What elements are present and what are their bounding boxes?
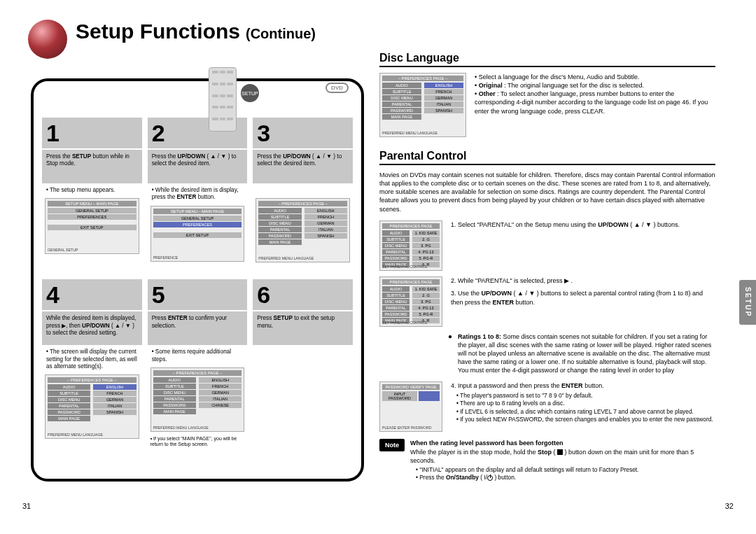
step-screen: – PREFERENCES PAGE – AUDIOSUBTITLEDISC M…	[255, 198, 350, 262]
note-heading: When the rating level password has been …	[410, 440, 564, 447]
sub-bullet: • If LEVEL 6 is selected, a disc which c…	[456, 408, 715, 416]
screen-footer: PLEASE ENTER PASSWORD	[382, 426, 432, 430]
menu-item: AUDIO	[48, 384, 90, 390]
ratings-explainer: ● Ratings 1 to 8: Some discs contain sce…	[448, 332, 715, 375]
menu-item: PASSWORD	[382, 108, 421, 113]
step-footnote: • If you select "MAIN PAGE", you will be…	[148, 435, 248, 449]
menu-item: SUBTITLE	[153, 384, 196, 389]
steps-row-1: 1 Press the SETUP button while in Stop m…	[42, 118, 353, 265]
dvd-badge: DVD	[326, 83, 349, 93]
menu-item: 2. G	[412, 237, 440, 242]
step-note: • The screen will display the current se…	[42, 345, 142, 373]
menu-item: GENERAL SETUP	[48, 208, 136, 213]
menu-item: FRENCH	[424, 89, 463, 94]
screen-title: – PREFERENCES PAGE –	[48, 377, 136, 383]
step-number: 6	[253, 279, 353, 310]
menu-item-selected: PREFERENCES	[153, 222, 242, 227]
screen-title: SETUP MENU – MAIN PAGE	[48, 201, 136, 206]
disc-language-screen: – PREFERENCES PAGE – AUDIOSUBTITLEDISC M…	[379, 73, 466, 137]
step-screen: – PREFERENCES PAGE – AUDIOSUBTITLEDISC M…	[45, 374, 139, 439]
menu-item: 4. PG 13	[412, 249, 440, 255]
menu-item: GERMAN	[93, 397, 136, 402]
menu-item: 2. G	[412, 293, 440, 298]
menu-item: ENGLISH	[93, 384, 136, 390]
stop-icon	[557, 449, 563, 455]
menu-item: 5. PG-R	[412, 255, 440, 261]
parental-step-1: 1. Select "PARENTAL" on the Setup menu u…	[451, 220, 715, 230]
screen-title: PREFERENCES PAGE	[382, 223, 440, 229]
note-sub-bullet: • Press the On/Standby ( I/ ) button.	[416, 474, 715, 482]
step-instruction: Press the SETUP button while in Stop mod…	[42, 150, 142, 183]
screen-title: PREFERENCES PAGE	[382, 279, 440, 285]
menu-item: PARENTAL	[153, 396, 196, 402]
menu-item: FRENCH	[304, 214, 347, 220]
ratings-lead: Ratings 1 to 8:	[458, 333, 501, 340]
menu-item: 3. PG	[412, 299, 440, 304]
menu-item: 5. PG-R	[412, 311, 440, 317]
bullet: • Original : The original language set f…	[475, 81, 715, 90]
menu-item: PARENTAL	[258, 227, 301, 232]
note-box: Note When the rating level password has …	[379, 439, 715, 482]
menu-item: ENGLISH	[304, 208, 347, 213]
menu-item: GENERAL SETUP	[153, 216, 242, 221]
screen-footer: PREFERRED MENU LANGUAGE	[258, 256, 314, 260]
menu-item: FRENCH	[93, 391, 136, 396]
menu-item: MAIN PAGE	[258, 239, 301, 245]
disc-language-bullets: • Select a language for the disc's Menu,…	[475, 73, 715, 115]
menu-item: GERMAN	[304, 220, 347, 226]
menu-item: SPANISH	[304, 233, 347, 239]
menu-item: EXIT SETUP	[153, 232, 242, 238]
menu-item: PARENTAL	[382, 101, 421, 107]
menu-item: PASSWORD	[258, 233, 301, 239]
step-4: 4 While the desired item is displayed, p…	[42, 279, 142, 449]
step-3: 3 Press the UP/DOWN ( ▲ / ▼ ) to select …	[253, 118, 353, 265]
title-sub: (Continue)	[246, 26, 316, 43]
password-screen: PASSWORD VERIFY PAGE INPUT PASSWORD PLEA…	[379, 381, 442, 432]
menu-item: GERMAN	[199, 390, 241, 395]
screen-footer: PREFERRED MENU LANGUAGE	[153, 426, 209, 430]
menu-item: PREFERENCES	[48, 214, 136, 220]
menu-item: DISC MENU	[258, 220, 301, 226]
menu-item: DISC MENU	[382, 243, 410, 248]
parental-control-heading: Parental Control	[379, 150, 715, 165]
screen-title: – PREFERENCES PAGE –	[382, 76, 463, 81]
menu-item: GERMAN	[424, 95, 463, 101]
disc-language-heading: Disc Language	[379, 52, 715, 67]
password-row: INPUT PASSWORD	[382, 391, 417, 401]
menu-item: ENGLISH	[199, 377, 241, 383]
menu-item: PARENTAL	[382, 249, 410, 255]
menu-item: 3. PG	[412, 243, 440, 248]
menu-item: 1. KID SAFE	[412, 230, 440, 236]
menu-item: ITALIAN	[424, 101, 463, 107]
menu-item: CHINESE	[199, 402, 241, 408]
menu-item: DISC MENU	[48, 397, 90, 402]
menu-item: AUDIO	[382, 83, 421, 88]
steps-row-2: 4 While the desired item is displayed, p…	[42, 279, 353, 449]
screen-footer: SET PARENTAL CONTROL	[382, 321, 428, 325]
menu-item: AUDIO	[382, 286, 410, 292]
menu-item: AUDIO	[258, 208, 301, 213]
step-screen: SETUP MENU – MAIN PAGE GENERAL SETUP PRE…	[45, 198, 139, 254]
page-number-right: 32	[725, 502, 734, 510]
step-number: 3	[253, 118, 353, 148]
step-instruction: Press ENTER to confirm your selection.	[148, 311, 248, 345]
parental-step-2: 2. While "PARENTAL" is selected, press ▶…	[451, 276, 715, 286]
menu-item: PASSWORD	[382, 311, 410, 317]
menu-item: ITALIAN	[93, 403, 136, 409]
screen-footer: PREFERENCE	[153, 255, 178, 260]
menu-item: EXIT SETUP	[48, 225, 136, 230]
menu-item: PASSWORD	[382, 255, 410, 261]
parental-intro: Movies on DVDs may contain scenes not su…	[379, 171, 715, 213]
menu-item: 4. PG 13	[412, 305, 440, 311]
step-instruction: Press SETUP to exit the setup menu.	[253, 311, 353, 345]
screen-title: – PREFERENCES PAGE –	[153, 370, 242, 376]
menu-item: ITALIAN	[199, 396, 241, 402]
menu-item: SUBTITLE	[382, 293, 410, 298]
menu-item: 1. KID SAFE	[412, 286, 440, 292]
menu-item: SUBTITLE	[382, 89, 421, 94]
right-column: Disc Language – PREFERENCES PAGE – AUDIO…	[379, 52, 715, 482]
sub-bullet: • There are up to 8 rating levels on a d…	[456, 400, 715, 407]
step-number: 4	[42, 279, 142, 310]
step-1: 1 Press the SETUP button while in Stop m…	[42, 118, 142, 265]
step-2: 2 Press the UP/DOWN ( ▲ / ▼ ) to select …	[148, 118, 248, 265]
